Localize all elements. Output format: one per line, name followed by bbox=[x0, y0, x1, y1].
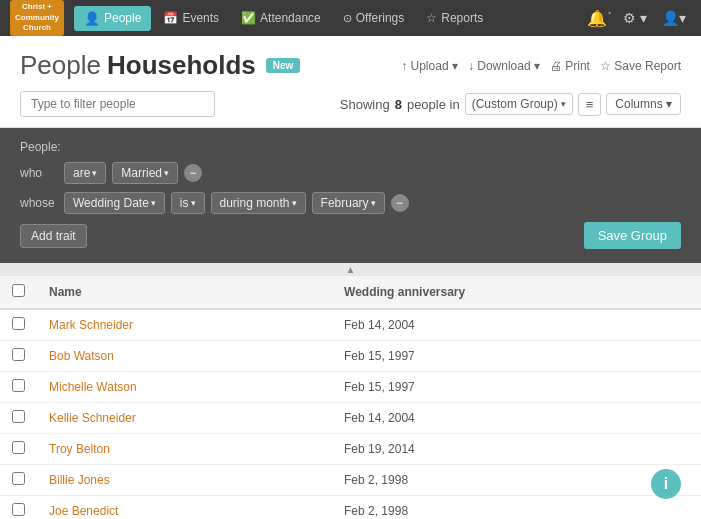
operator-dropdown[interactable]: is ▾ bbox=[171, 192, 205, 214]
logo[interactable]: Christ + Community Church bbox=[10, 0, 64, 35]
nav-reports-label: Reports bbox=[441, 11, 483, 25]
col-header-name: Name bbox=[37, 276, 332, 309]
reports-icon: ☆ bbox=[426, 11, 437, 25]
people-icon: 👤 bbox=[84, 11, 100, 26]
attendance-icon: ✅ bbox=[241, 11, 256, 25]
top-nav: Christ + Community Church 👤 People 📅 Eve… bbox=[0, 0, 701, 36]
row-checkbox[interactable] bbox=[12, 472, 25, 485]
field-dropdown[interactable]: Wedding Date ▾ bbox=[64, 192, 165, 214]
remove-row1-button[interactable]: − bbox=[184, 164, 202, 182]
download-button[interactable]: ↓ Download ▾ bbox=[468, 59, 540, 73]
filter-row-1: who are ▾ Married ▾ − bbox=[20, 162, 681, 184]
person-name-link[interactable]: Bob Watson bbox=[49, 349, 114, 363]
chevron-icon-5: ▾ bbox=[292, 198, 297, 208]
showing-info: Showing 8 people in (Custom Group) ▾ ≡ C… bbox=[340, 93, 681, 116]
page-title: People Households New bbox=[20, 50, 300, 81]
chevron-icon-2: ▾ bbox=[164, 168, 169, 178]
nav-item-offerings[interactable]: ⊙ Offerings bbox=[333, 6, 414, 30]
nav-people-label: People bbox=[104, 11, 141, 25]
table-row: Billie Jones Feb 2, 1998 bbox=[0, 465, 701, 496]
row-checkbox[interactable] bbox=[12, 379, 25, 392]
data-table: Name Wedding anniversary Mark Schneider … bbox=[0, 276, 701, 519]
scroll-up-arrow[interactable]: ▲ bbox=[0, 263, 701, 276]
add-trait-button[interactable]: Add trait bbox=[20, 224, 87, 248]
select-all-checkbox[interactable] bbox=[12, 284, 25, 297]
nav-item-events[interactable]: 📅 Events bbox=[153, 6, 229, 30]
condition2-dropdown[interactable]: Married ▾ bbox=[112, 162, 178, 184]
person-name-link[interactable]: Michelle Watson bbox=[49, 380, 137, 394]
chevron-icon-6: ▾ bbox=[371, 198, 376, 208]
condition1-dropdown[interactable]: are ▾ bbox=[64, 162, 106, 184]
new-badge: New bbox=[266, 58, 301, 73]
table-row: Mark Schneider Feb 14, 2004 bbox=[0, 309, 701, 341]
filter-panel: People: who are ▾ Married ▾ − whose Wedd… bbox=[0, 128, 701, 263]
filter-section-label: People: bbox=[20, 140, 681, 154]
col-header-wedding: Wedding anniversary bbox=[332, 276, 701, 309]
header-actions: ↑ Upload ▾ ↓ Download ▾ 🖨 Print ☆ Save R… bbox=[401, 59, 681, 73]
group-dropdown[interactable]: (Custom Group) ▾ bbox=[465, 93, 573, 115]
info-button[interactable]: i bbox=[651, 469, 681, 499]
upload-button[interactable]: ↑ Upload ▾ bbox=[401, 59, 458, 73]
chevron-icon: ▾ bbox=[92, 168, 97, 178]
filter-input[interactable] bbox=[20, 91, 215, 117]
filter-row-2: whose Wedding Date ▾ is ▾ during month ▾… bbox=[20, 192, 681, 214]
person-name-link[interactable]: Mark Schneider bbox=[49, 318, 133, 332]
person-name-link[interactable]: Joe Benedict bbox=[49, 504, 118, 518]
remove-row2-button[interactable]: − bbox=[391, 194, 409, 212]
offerings-icon: ⊙ bbox=[343, 12, 352, 25]
chevron-icon-3: ▾ bbox=[151, 198, 156, 208]
nav-item-reports[interactable]: ☆ Reports bbox=[416, 6, 493, 30]
nav-events-label: Events bbox=[182, 11, 219, 25]
list-view-button[interactable]: ≡ bbox=[578, 93, 602, 116]
table-row: Kellie Schneider Feb 14, 2004 bbox=[0, 403, 701, 434]
person-name-link[interactable]: Kellie Schneider bbox=[49, 411, 136, 425]
table-row: Joe Benedict Feb 2, 1998 bbox=[0, 496, 701, 520]
columns-button[interactable]: Columns ▾ bbox=[606, 93, 681, 115]
row-checkbox[interactable] bbox=[12, 441, 25, 454]
value-dropdown[interactable]: February ▾ bbox=[312, 192, 385, 214]
table-row: Michelle Watson Feb 15, 1997 bbox=[0, 372, 701, 403]
events-icon: 📅 bbox=[163, 11, 178, 25]
who-label: who bbox=[20, 166, 58, 180]
notification-icon[interactable]: 🔔• bbox=[581, 6, 613, 31]
save-report-button[interactable]: ☆ Save Report bbox=[600, 59, 681, 73]
nav-item-attendance[interactable]: ✅ Attendance bbox=[231, 6, 331, 30]
nav-attendance-label: Attendance bbox=[260, 11, 321, 25]
chevron-icon-4: ▾ bbox=[191, 198, 196, 208]
table-row: Troy Belton Feb 19, 2014 bbox=[0, 434, 701, 465]
person-name-link[interactable]: Billie Jones bbox=[49, 473, 110, 487]
table-header: Name Wedding anniversary bbox=[0, 276, 701, 309]
person-name-link[interactable]: Troy Belton bbox=[49, 442, 110, 456]
nav-offerings-label: Offerings bbox=[356, 11, 404, 25]
table-row: Bob Watson Feb 15, 1997 bbox=[0, 341, 701, 372]
page-header: People Households New ↑ Upload ▾ ↓ Downl… bbox=[0, 36, 701, 128]
row-checkbox[interactable] bbox=[12, 410, 25, 423]
table-container: Name Wedding anniversary Mark Schneider … bbox=[0, 276, 701, 519]
print-button[interactable]: 🖨 Print bbox=[550, 59, 590, 73]
nav-item-people[interactable]: 👤 People bbox=[74, 6, 151, 31]
settings-icon[interactable]: ⚙ ▾ bbox=[615, 7, 655, 29]
chevron-down-icon: ▾ bbox=[561, 99, 566, 109]
row-checkbox[interactable] bbox=[12, 503, 25, 516]
user-avatar[interactable]: 👤▾ bbox=[657, 7, 691, 29]
whose-label: whose bbox=[20, 196, 58, 210]
row-checkbox[interactable] bbox=[12, 348, 25, 361]
row-checkbox[interactable] bbox=[12, 317, 25, 330]
qualifier-dropdown[interactable]: during month ▾ bbox=[211, 192, 306, 214]
save-group-button[interactable]: Save Group bbox=[584, 222, 681, 249]
